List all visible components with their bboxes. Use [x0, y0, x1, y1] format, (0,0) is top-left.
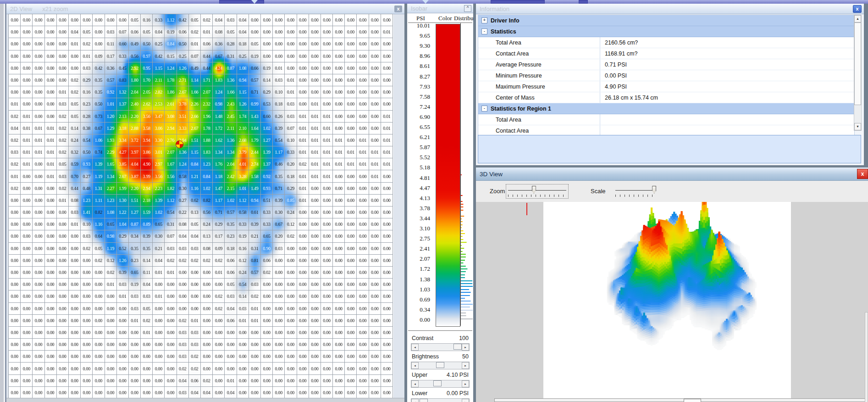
- grid-cell[interactable]: 0.03: [177, 387, 189, 399]
- grid-cell[interactable]: 1.51: [129, 195, 141, 207]
- grid-cell[interactable]: 2.15: [225, 183, 237, 195]
- grid-cell[interactable]: 0.00: [369, 339, 381, 351]
- grid-cell[interactable]: 0.00: [33, 339, 44, 351]
- grid-cell[interactable]: 0.00: [345, 86, 357, 98]
- grid-cell[interactable]: 0.01: [21, 158, 33, 170]
- grid-cell[interactable]: 0.00: [81, 315, 93, 327]
- grid-cell[interactable]: 0.00: [153, 315, 165, 327]
- grid-cell[interactable]: 3.78: [177, 98, 189, 110]
- grid-cell[interactable]: 1.32: [117, 86, 129, 98]
- grid-cell[interactable]: 0.02: [213, 290, 225, 302]
- grid-cell[interactable]: 1.71: [201, 74, 213, 86]
- grid-cell[interactable]: 0.00: [225, 339, 237, 351]
- grid-cell[interactable]: 0.12: [237, 255, 249, 267]
- grid-cell[interactable]: 0.94: [237, 74, 249, 86]
- grid-cell[interactable]: 0.10: [273, 86, 285, 98]
- grid-cell[interactable]: 0.00: [153, 351, 165, 363]
- grid-cell[interactable]: 0.05: [189, 14, 201, 26]
- grid-cell[interactable]: 0.02: [141, 315, 153, 327]
- grid-cell[interactable]: 0.00: [297, 303, 309, 315]
- grid-cell[interactable]: 0.00: [357, 363, 369, 374]
- isobar-titlebar[interactable]: Isobar ^: [407, 4, 473, 13]
- grid-cell[interactable]: 0.01: [33, 123, 44, 134]
- grid-cell[interactable]: 0.05: [81, 26, 93, 38]
- scrollbar-thumb[interactable]: [854, 22, 861, 105]
- grid-cell[interactable]: 0.00: [237, 327, 249, 339]
- grid-cell[interactable]: 0.00: [57, 74, 69, 86]
- 2d-view-bottom-scrollbar[interactable]: [6, 398, 404, 402]
- grid-cell[interactable]: 0.00: [381, 327, 393, 339]
- grid-cell[interactable]: 0.00: [33, 243, 44, 255]
- grid-cell[interactable]: 0.00: [357, 243, 369, 255]
- grid-cell[interactable]: 0.00: [129, 351, 141, 363]
- grid-cell[interactable]: 0.00: [309, 351, 321, 363]
- grid-cell[interactable]: 0.00: [369, 207, 381, 218]
- grid-cell[interactable]: 0.01: [369, 158, 381, 170]
- grid-cell[interactable]: 0.00: [261, 363, 273, 374]
- grid-cell[interactable]: 0.92: [261, 170, 273, 182]
- grid-cell[interactable]: 0.00: [33, 255, 44, 267]
- information-scrollbar[interactable]: ▲ ▼: [854, 15, 862, 131]
- grid-cell[interactable]: 4.04: [129, 158, 141, 170]
- grid-cell[interactable]: 0.00: [309, 279, 321, 290]
- grid-cell[interactable]: 0.01: [273, 62, 285, 74]
- grid-cell[interactable]: 0.00: [201, 363, 213, 374]
- grid-cell[interactable]: 0.00: [249, 363, 261, 374]
- grid-cell[interactable]: 0.00: [333, 303, 345, 315]
- grid-cell[interactable]: 0.00: [345, 230, 357, 242]
- grid-cell[interactable]: 1.26: [117, 255, 129, 267]
- grid-cell[interactable]: 0.57: [249, 267, 261, 279]
- grid-cell[interactable]: 0.00: [45, 98, 57, 110]
- grid-cell[interactable]: 0.00: [369, 315, 381, 327]
- grid-cell[interactable]: 1.36: [225, 74, 237, 86]
- 3d-vertical-scrollbar[interactable]: [865, 312, 868, 402]
- grid-cell[interactable]: 0.00: [369, 267, 381, 279]
- grid-cell[interactable]: 0.00: [93, 14, 105, 26]
- grid-cell[interactable]: 0.00: [357, 339, 369, 351]
- grid-cell[interactable]: 0.00: [285, 243, 297, 255]
- grid-cell[interactable]: 0.00: [21, 230, 33, 242]
- grid-cell[interactable]: 0.00: [33, 279, 44, 290]
- grid-cell[interactable]: 0.01: [297, 170, 309, 182]
- grid-cell[interactable]: 0.00: [345, 98, 357, 110]
- grid-cell[interactable]: 0.00: [309, 195, 321, 207]
- grid-cell[interactable]: 0.02: [189, 363, 201, 374]
- grid-cell[interactable]: 0.00: [57, 38, 69, 50]
- grid-cell[interactable]: 0.00: [285, 363, 297, 374]
- grid-cell[interactable]: 0.00: [369, 26, 381, 38]
- grid-cell[interactable]: 0.61: [249, 207, 261, 218]
- grid-cell[interactable]: 0.00: [21, 74, 33, 86]
- grid-cell[interactable]: 0.30: [273, 207, 285, 218]
- grid-cell[interactable]: 0.00: [57, 279, 69, 290]
- grid-cell[interactable]: 0.23: [129, 255, 141, 267]
- grid-cell[interactable]: 0.00: [33, 290, 44, 302]
- grid-cell[interactable]: 0.09: [213, 243, 225, 255]
- grid-cell[interactable]: 0.00: [9, 303, 21, 315]
- grid-cell[interactable]: 0.00: [141, 339, 153, 351]
- grid-cell[interactable]: 0.00: [21, 50, 33, 62]
- grid-cell[interactable]: 0.00: [381, 255, 393, 267]
- grid-cell[interactable]: 0.01: [333, 158, 345, 170]
- grid-cell[interactable]: 0.00: [81, 290, 93, 302]
- grid-cell[interactable]: 0.00: [333, 315, 345, 327]
- brightness-scrollbar[interactable]: ◂▸: [411, 362, 470, 369]
- grid-cell[interactable]: 0.01: [45, 158, 57, 170]
- grid-cell[interactable]: 0.36: [213, 38, 225, 50]
- grid-cell[interactable]: 0.02: [81, 243, 93, 255]
- grid-cell[interactable]: 0.03: [57, 170, 69, 182]
- grid-cell[interactable]: 0.31: [249, 243, 261, 255]
- grid-cell[interactable]: 0.18: [237, 38, 249, 50]
- grid-cell[interactable]: 0.05: [69, 111, 81, 123]
- grid-cell[interactable]: 1.11: [93, 195, 105, 207]
- grid-cell[interactable]: 0.01: [249, 315, 261, 327]
- grid-cell[interactable]: 0.00: [57, 255, 69, 267]
- grid-cell[interactable]: 0.32: [69, 146, 81, 158]
- grid-cell[interactable]: 1.22: [117, 207, 129, 218]
- grid-cell[interactable]: 0.00: [33, 62, 44, 74]
- grid-cell[interactable]: 0.02: [105, 267, 117, 279]
- grid-cell[interactable]: 0.01: [381, 26, 393, 38]
- grid-cell[interactable]: 0.04: [237, 14, 249, 26]
- grid-cell[interactable]: 0.00: [153, 375, 165, 387]
- grid-cell[interactable]: 0.02: [57, 183, 69, 195]
- grid-cell[interactable]: 2.42: [225, 170, 237, 182]
